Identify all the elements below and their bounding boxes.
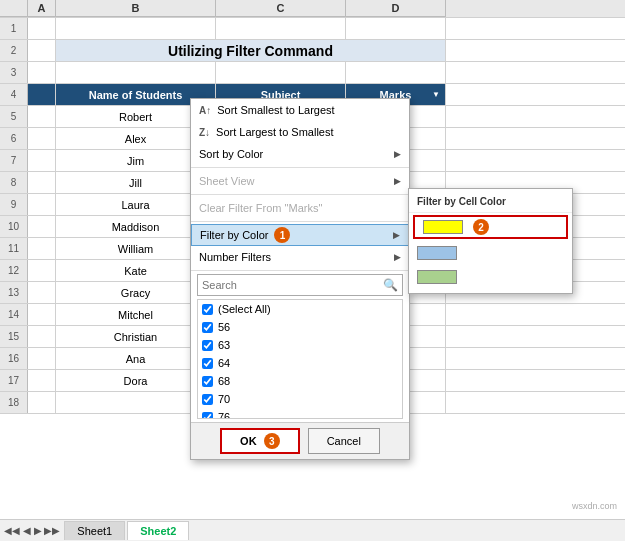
checkbox-64[interactable] <box>202 358 213 369</box>
spreadsheet: A B C D 1 2 Utilizing Filter Command 3 <box>0 0 625 541</box>
sheet-nav-arrows[interactable]: ◀◀ ◀ ▶ ▶▶ <box>0 525 64 536</box>
sheet-view-arrow: ▶ <box>394 176 401 186</box>
col-headers-row: A B C D <box>0 0 625 18</box>
bottom-bar: ◀◀ ◀ ▶ ▶▶ Sheet1 Sheet2 <box>0 519 625 541</box>
checkbox-label: 76 <box>218 411 230 419</box>
separator-1 <box>191 167 409 168</box>
color-item-blue[interactable] <box>409 241 572 265</box>
color-swatch-yellow <box>423 220 463 234</box>
sheet-view-label: Sheet View <box>199 175 254 187</box>
sort-asc-item[interactable]: A↑ Sort Smallest to Largest <box>191 99 409 121</box>
color-item-green[interactable] <box>409 265 572 289</box>
checkbox-63[interactable] <box>202 340 213 351</box>
checkbox-56[interactable] <box>202 322 213 333</box>
cell-a3 <box>28 62 56 83</box>
sort-desc-item[interactable]: Z↓ Sort Largest to Smallest <box>191 121 409 143</box>
checkbox-label: 70 <box>218 393 230 405</box>
search-input[interactable] <box>198 277 379 293</box>
title-cell: Utilizing Filter Command <box>56 40 446 61</box>
cell-d3 <box>346 62 446 83</box>
sort-desc-icon: Z↓ <box>199 127 210 138</box>
cell-b1 <box>56 18 216 39</box>
row-num-4: 4 <box>0 84 28 105</box>
row-num-1: 1 <box>0 18 28 39</box>
separator-4 <box>191 270 409 271</box>
color-submenu-title: Filter by Cell Color <box>409 193 572 213</box>
cell-c3 <box>216 62 346 83</box>
cell-a2 <box>28 40 56 61</box>
sort-color-arrow: ▶ <box>394 149 401 159</box>
list-item[interactable]: 56 <box>198 318 402 336</box>
separator-3 <box>191 221 409 222</box>
clear-filter-item: Clear Filter From "Marks" <box>191 197 409 219</box>
sort-desc-label: Sort Largest to Smallest <box>216 126 333 138</box>
selected-color-badge: 2 <box>473 219 489 235</box>
filter-color-badge: 1 <box>274 227 290 243</box>
ok-label: OK <box>240 435 257 447</box>
col-b-header: B <box>56 0 216 17</box>
cancel-label: Cancel <box>327 435 361 447</box>
list-item[interactable]: 76 <box>198 408 402 419</box>
ok-badge: 3 <box>264 433 280 449</box>
checkbox-76[interactable] <box>202 412 213 420</box>
row-num-3: 3 <box>0 62 28 83</box>
checkbox-label: 68 <box>218 375 230 387</box>
checkbox-label: 63 <box>218 339 230 351</box>
search-icon: 🔍 <box>379 276 402 294</box>
filter-color-item[interactable]: Filter by Color 1 ▶ <box>191 224 409 246</box>
corner-cell <box>0 0 28 17</box>
checkbox-list: (Select All) 56 63 64 68 70 <box>197 299 403 419</box>
cell-b3 <box>56 62 216 83</box>
color-swatch-green <box>417 270 457 284</box>
checkbox-label: 64 <box>218 357 230 369</box>
number-filters-item[interactable]: Number Filters ▶ <box>191 246 409 268</box>
sheet2-tab[interactable]: Sheet2 <box>127 521 189 540</box>
sort-asc-label: Sort Smallest to Largest <box>217 104 334 116</box>
number-filters-label: Number Filters <box>199 251 271 263</box>
separator-2 <box>191 194 409 195</box>
dialog-buttons: OK 3 Cancel <box>191 422 409 459</box>
checkbox-70[interactable] <box>202 394 213 405</box>
ok-button[interactable]: OK 3 <box>220 428 300 454</box>
sort-color-label: Sort by Color <box>199 148 263 160</box>
list-item[interactable]: (Select All) <box>198 300 402 318</box>
list-item[interactable]: 64 <box>198 354 402 372</box>
grid-row-2: 2 Utilizing Filter Command <box>0 40 625 62</box>
sheet1-tab[interactable]: Sheet1 <box>64 521 125 540</box>
color-swatch-blue <box>417 246 457 260</box>
clear-filter-label: Clear Filter From "Marks" <box>199 202 322 214</box>
checkbox-label: (Select All) <box>218 303 271 315</box>
sheet-view-item: Sheet View ▶ <box>191 170 409 192</box>
col-a-header: A <box>28 0 56 17</box>
search-box[interactable]: 🔍 <box>197 274 403 296</box>
list-item[interactable]: 70 <box>198 390 402 408</box>
col-d-header: D <box>346 0 446 17</box>
filter-dropdown-button[interactable] <box>430 89 442 101</box>
cancel-button[interactable]: Cancel <box>308 428 380 454</box>
checkbox-select-all[interactable] <box>202 304 213 315</box>
checkbox-label: 56 <box>218 321 230 333</box>
color-item-yellow[interactable]: 2 <box>413 215 568 239</box>
checkbox-68[interactable] <box>202 376 213 387</box>
sort-color-item[interactable]: Sort by Color ▶ <box>191 143 409 165</box>
cell-c1 <box>216 18 346 39</box>
filter-color-label: Filter by Color <box>200 229 268 241</box>
list-item[interactable]: 63 <box>198 336 402 354</box>
sort-asc-icon: A↑ <box>199 105 211 116</box>
cell-d1 <box>346 18 446 39</box>
cell-a1 <box>28 18 56 39</box>
row-num-2: 2 <box>0 40 28 61</box>
number-filters-arrow: ▶ <box>394 252 401 262</box>
grid-row-1: 1 <box>0 18 625 40</box>
cell-a4 <box>28 84 56 105</box>
color-submenu: Filter by Cell Color 2 <box>408 188 573 294</box>
filter-color-arrow: ▶ <box>393 230 400 240</box>
col-c-header: C <box>216 0 346 17</box>
grid-row-3: 3 <box>0 62 625 84</box>
filter-dropdown-menu: A↑ Sort Smallest to Largest Z↓ Sort Larg… <box>190 98 410 460</box>
list-item[interactable]: 68 <box>198 372 402 390</box>
watermark: wsxdn.com <box>572 501 617 511</box>
